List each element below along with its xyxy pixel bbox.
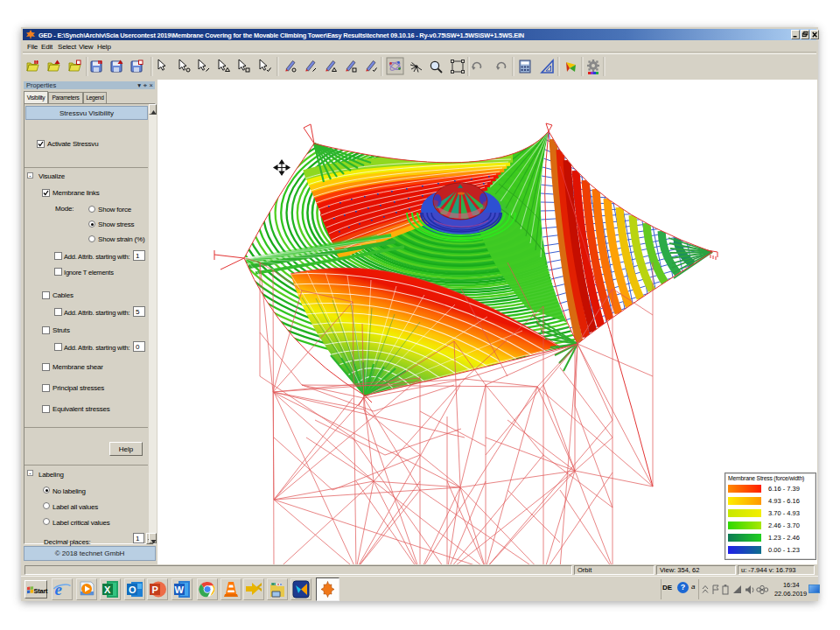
svg-text:P: P — [152, 584, 158, 595]
svg-text:W: W — [175, 584, 185, 595]
svg-text:e: e — [55, 580, 63, 598]
svg-text:O: O — [129, 584, 136, 595]
svg-text:X: X — [104, 584, 111, 595]
svg-text:Start: Start — [34, 587, 49, 595]
